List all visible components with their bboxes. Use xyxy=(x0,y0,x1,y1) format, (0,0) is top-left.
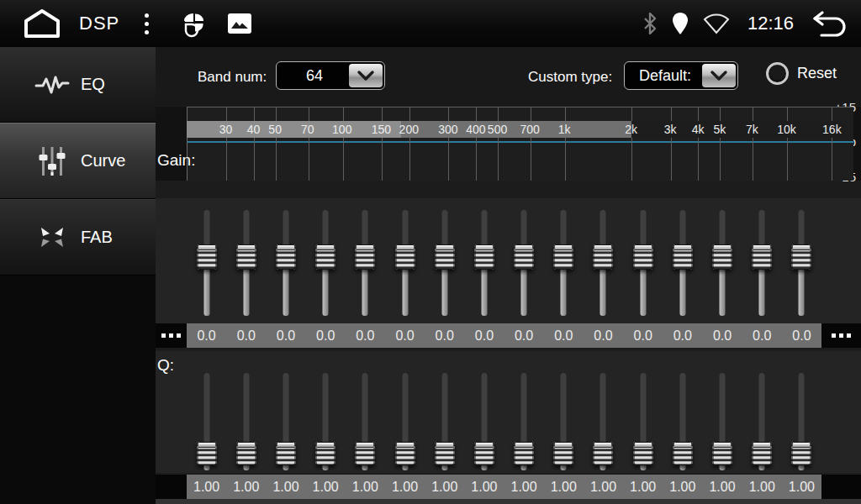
slider-knob[interactable] xyxy=(633,244,652,270)
q-value: 1.00 xyxy=(584,475,623,499)
gain-more-right-button[interactable] xyxy=(821,323,861,348)
chevron-down-icon[interactable] xyxy=(349,64,383,87)
overflow-menu-button[interactable] xyxy=(138,8,155,39)
slider-knob[interactable] xyxy=(554,244,573,270)
q-slider[interactable] xyxy=(346,371,385,472)
gain-slider[interactable] xyxy=(504,208,544,318)
gain-more-left-button[interactable] xyxy=(156,323,187,348)
custom-type-select[interactable]: Default: xyxy=(624,61,738,90)
gain-value: 0.0 xyxy=(782,323,821,348)
slider-knob[interactable] xyxy=(197,442,216,465)
gallery-button[interactable] xyxy=(225,9,254,38)
q-values-row: 1.001.001.001.001.001.001.001.001.001.00… xyxy=(156,475,861,499)
slider-knob[interactable] xyxy=(435,442,454,465)
sidebar-item-eq[interactable]: EQ xyxy=(0,47,156,123)
apps-launcher-button[interactable] xyxy=(177,6,212,41)
slider-knob[interactable] xyxy=(197,244,216,270)
gain-slider[interactable] xyxy=(464,208,504,318)
location-icon xyxy=(670,11,690,36)
slider-knob[interactable] xyxy=(236,442,256,465)
gain-slider[interactable] xyxy=(385,208,425,318)
freq-gridline xyxy=(226,107,227,181)
slider-knob[interactable] xyxy=(515,244,534,270)
back-icon[interactable] xyxy=(811,9,849,38)
freq-tick-label: 16k xyxy=(822,121,842,138)
gain-slider[interactable] xyxy=(346,208,385,318)
q-slider[interactable] xyxy=(187,371,226,472)
band-num-select[interactable]: 64 xyxy=(276,61,385,90)
slider-knob[interactable] xyxy=(435,244,454,270)
slider-knob[interactable] xyxy=(356,442,375,465)
q-slider[interactable] xyxy=(385,371,425,472)
slider-knob[interactable] xyxy=(474,244,494,270)
freq-tick-label: 400 xyxy=(466,121,485,138)
chevron-down-icon[interactable] xyxy=(702,64,736,87)
sliders-icon xyxy=(34,145,71,177)
freq-gridline xyxy=(448,107,449,181)
gain-slider[interactable] xyxy=(623,208,663,318)
q-slider[interactable] xyxy=(742,371,782,472)
home-button[interactable] xyxy=(20,7,64,40)
slider-knob[interactable] xyxy=(316,442,335,465)
q-slider[interactable] xyxy=(464,371,504,472)
freq-tick-label: 10k xyxy=(777,121,796,138)
q-slider[interactable] xyxy=(663,371,702,472)
gain-value: 0.0 xyxy=(425,323,464,348)
reset-radio-icon[interactable] xyxy=(766,62,789,85)
eq-curve-plot[interactable] xyxy=(187,107,853,181)
q-section-label: Q: xyxy=(157,356,174,375)
q-slider[interactable] xyxy=(782,371,821,472)
slider-knob[interactable] xyxy=(395,442,415,465)
slider-knob[interactable] xyxy=(395,244,415,270)
q-slider[interactable] xyxy=(266,371,305,472)
q-slider[interactable] xyxy=(623,371,663,472)
gain-value: 0.0 xyxy=(266,323,305,348)
gain-slider[interactable] xyxy=(663,208,702,318)
sidebar-item-fab[interactable]: FAB xyxy=(0,199,156,276)
slider-knob[interactable] xyxy=(753,244,772,270)
slider-knob[interactable] xyxy=(276,244,295,270)
sidebar-item-curve[interactable]: Curve xyxy=(0,123,156,199)
gain-slider[interactable] xyxy=(306,208,346,318)
reset-button[interactable]: Reset xyxy=(766,62,837,85)
slider-knob[interactable] xyxy=(594,244,613,270)
q-value: 1.00 xyxy=(425,475,464,499)
q-slider[interactable] xyxy=(584,371,623,472)
q-slider[interactable] xyxy=(226,371,266,472)
slider-knob[interactable] xyxy=(673,442,692,465)
gain-slider[interactable] xyxy=(187,208,226,318)
gain-slider[interactable] xyxy=(266,208,305,318)
freq-gridline xyxy=(753,107,753,181)
slider-knob[interactable] xyxy=(753,442,772,465)
slider-knob[interactable] xyxy=(594,442,613,465)
bottom-scroll-strip[interactable] xyxy=(156,499,861,504)
gain-slider[interactable] xyxy=(702,208,742,318)
slider-knob[interactable] xyxy=(356,244,375,270)
q-slider[interactable] xyxy=(306,371,346,472)
gain-slider[interactable] xyxy=(425,208,464,318)
gain-slider[interactable] xyxy=(226,208,266,318)
slider-knob[interactable] xyxy=(713,442,732,465)
q-value: 1.00 xyxy=(702,475,742,499)
slider-knob[interactable] xyxy=(554,442,573,465)
slider-knob[interactable] xyxy=(792,442,811,465)
gain-slider[interactable] xyxy=(782,208,821,318)
q-slider[interactable] xyxy=(504,371,544,472)
gain-slider[interactable] xyxy=(544,208,584,318)
slider-knob[interactable] xyxy=(633,442,652,465)
eq-graph: +15 0db -15 xyxy=(156,107,861,181)
slider-knob[interactable] xyxy=(713,244,732,270)
slider-knob[interactable] xyxy=(474,442,494,465)
q-slider[interactable] xyxy=(702,371,742,472)
slider-knob[interactable] xyxy=(276,442,295,465)
q-values-band: 1.001.001.001.001.001.001.001.001.001.00… xyxy=(187,475,821,499)
slider-knob[interactable] xyxy=(236,244,256,270)
slider-knob[interactable] xyxy=(673,244,692,270)
slider-knob[interactable] xyxy=(792,244,811,270)
q-slider[interactable] xyxy=(425,371,464,472)
q-slider[interactable] xyxy=(544,371,584,472)
slider-knob[interactable] xyxy=(515,442,534,465)
slider-knob[interactable] xyxy=(316,244,335,270)
gain-slider[interactable] xyxy=(584,208,623,318)
gain-slider[interactable] xyxy=(742,208,782,318)
